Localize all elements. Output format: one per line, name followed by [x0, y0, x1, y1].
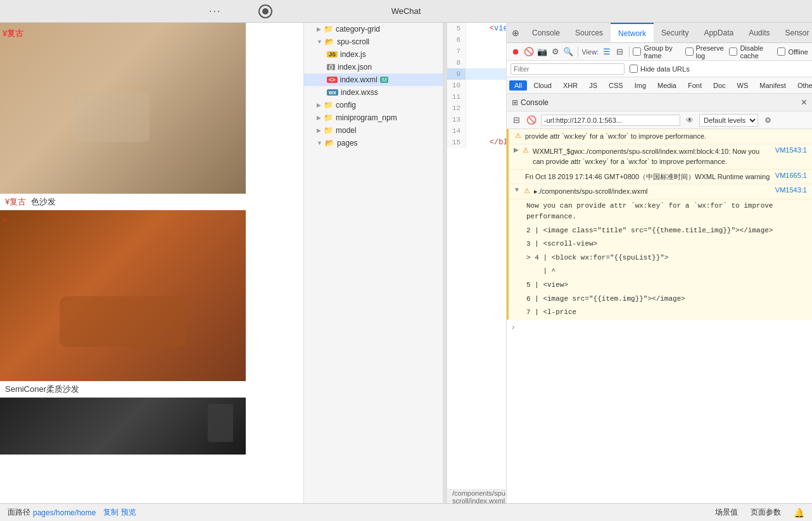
line-content-12: </l-price> [466, 103, 506, 114]
search-network-btn[interactable]: 🔍 [563, 46, 574, 58]
bottom-copy-btn[interactable]: 复制 [103, 507, 118, 518]
line-num-7: 7 [447, 46, 466, 57]
folder-icon-config: 📁 [324, 101, 333, 110]
code-line-10: 10 l-unit-class="price-unit" [447, 80, 506, 91]
js-badge-index: JS [327, 51, 338, 58]
type-btn-media[interactable]: Media [652, 80, 682, 91]
wxss-badge-index: wx [327, 89, 338, 96]
tab-sources[interactable]: Sources [568, 23, 611, 42]
code-line-12: 12 </l-price> [447, 103, 506, 114]
collapse-icon-config: ▶ [317, 102, 321, 108]
console-gear-btn[interactable]: ⚙ [762, 115, 773, 126]
filter-input[interactable] [511, 63, 625, 75]
console-clear-btn[interactable]: 🚫 [526, 115, 537, 126]
file-tree-item-miniprogram-npm[interactable]: ▶ 📁 miniprogram_npm [304, 111, 443, 124]
bottom-scene-btn[interactable]: 场景值 [715, 507, 738, 518]
file-tree-item-pages[interactable]: ▼ 📂 pages [304, 137, 443, 149]
type-btn-manifest[interactable]: Manifest [754, 80, 791, 91]
folder-icon-category: 📁 [324, 25, 333, 34]
preserve-log-checkbox[interactable] [685, 47, 694, 56]
console-msg-4: ▼ ⚠ ▸./components/spu-scroll/index.wxml … [507, 184, 812, 320]
type-btn-css[interactable]: CSS [604, 80, 628, 91]
tab-security[interactable]: Security [654, 23, 696, 42]
file-tree-item-index-js[interactable]: JS index.js [304, 48, 443, 61]
camera-network-btn[interactable]: 📷 [536, 46, 547, 58]
tab-network-label: Network [618, 29, 646, 38]
console-msg-2-header[interactable]: ▶ ⚠ WXMLRT_$gwx:./components/spu-scroll/… [509, 144, 812, 170]
folder-icon-npm: 📁 [324, 113, 333, 122]
record-network-btn[interactable]: ⏺ [511, 46, 521, 58]
offline-checkbox-group[interactable]: Offline [777, 47, 808, 56]
msg-link-2[interactable]: VM1543:1 [775, 146, 807, 154]
record-button[interactable] [258, 4, 272, 18]
top-bar-dots[interactable]: ··· [209, 6, 221, 17]
line-content-9: l-value-class="price-value" [466, 68, 506, 80]
type-btn-cloud[interactable]: Cloud [528, 80, 557, 91]
console-eye-btn[interactable]: 👁 [684, 115, 695, 126]
toolbar-divider-1 [578, 47, 578, 57]
type-btn-all[interactable]: All [509, 80, 527, 91]
product-1-label-text: ¥复古 [5, 197, 26, 206]
console-messages: ⚠ provide attr `wx:key` for a `wx:for` t… [507, 129, 812, 503]
msg-text-4: ▸./components/spu-scroll/index.wxml [534, 186, 770, 197]
line-num-12: 12 [447, 103, 466, 114]
file-tree-item-index-wxml[interactable]: <> index.wxml M [304, 73, 443, 86]
disable-cache-checkbox-group[interactable]: Disable cache [729, 44, 775, 60]
view-list-btn[interactable]: ☰ [601, 46, 612, 58]
console-expand-icon[interactable]: ⊞ [512, 98, 518, 107]
bottom-params-btn[interactable]: 页面参数 [751, 507, 781, 518]
type-btn-js[interactable]: JS [584, 80, 602, 91]
bottom-status-bar: 面路径 pages/home/home 复制 预览 场景值 页面参数 🔔 [0, 503, 812, 521]
console-msg-4-header[interactable]: ▼ ⚠ ▸./components/spu-scroll/index.wxml … [509, 184, 812, 199]
code-status-bar: /components/spu-scroll/index.wxml 523 B … [447, 489, 506, 503]
clear-network-btn[interactable]: 🚫 [524, 46, 535, 58]
wechat-preview-panel: ¥复古 ¥复古 色沙发 ¥ SemiConer柔质沙发 [0, 23, 304, 503]
top-bar: WeChat ··· [0, 0, 812, 23]
tab-sensor[interactable]: Sensor [778, 23, 813, 42]
preserve-log-checkbox-group[interactable]: Preserve log [685, 44, 727, 60]
product-2-name: SemiConer柔质沙发 [5, 384, 79, 394]
file-tree-item-index-json[interactable]: {} index.json [304, 61, 443, 73]
group-by-frame-checkbox-group[interactable]: Group by frame [633, 44, 682, 60]
type-btn-font[interactable]: Font [683, 80, 707, 91]
filter-network-btn[interactable]: ⚙ [550, 46, 561, 58]
console-msg-4-subline-6: 6 | <image src="{{item.img}}"></image> [509, 292, 812, 306]
console-msg-1: ⚠ provide attr `wx:key` for a `wx:for` t… [507, 129, 812, 144]
offline-checkbox[interactable] [777, 47, 785, 56]
type-btn-xhr[interactable]: XHR [558, 80, 583, 91]
tab-network[interactable]: Network [611, 23, 654, 42]
msg-link-4[interactable]: VM1543:1 [775, 186, 807, 194]
line-num-13: 13 [447, 114, 466, 125]
hide-data-urls-group[interactable]: Hide data URLs [630, 65, 690, 73]
tab-console[interactable]: Console [524, 23, 568, 42]
bottom-preview-btn[interactable]: 预览 [121, 507, 136, 518]
type-btn-doc[interactable]: Doc [708, 80, 731, 91]
line-num-8: 8 [447, 57, 466, 68]
console-bottom-arrow[interactable]: › [507, 320, 812, 334]
type-btn-ws[interactable]: WS [732, 80, 754, 91]
collapse-icon-npm: ▶ [317, 115, 321, 121]
console-level-select[interactable]: Default levels Verbose Info Warnings Err… [699, 114, 758, 127]
line-num-15: 15 [447, 137, 466, 148]
tab-sensor-label: Sensor [785, 28, 809, 37]
group-by-frame-checkbox[interactable] [633, 47, 641, 56]
tab-audits[interactable]: Audits [741, 23, 777, 42]
file-tree-item-category-grid[interactable]: ▶ 📁 category-grid [304, 23, 443, 35]
file-tree-item-config[interactable]: ▶ 📁 config [304, 99, 443, 111]
msg-link-3[interactable]: VM1665:1 [775, 172, 807, 179]
view-waterfall-btn[interactable]: ⊟ [614, 46, 625, 58]
file-tree-item-index-wxss[interactable]: wx index.wxss [304, 86, 443, 99]
console-msg-3: Fri Oct 18 2019 17:14:46 GMT+0800（中国标准时间… [507, 170, 812, 185]
console-close-btn[interactable]: × [801, 97, 807, 108]
type-btn-img[interactable]: Img [630, 80, 651, 91]
console-sidebar-btn[interactable]: ⊟ [511, 115, 522, 126]
file-tree-item-model[interactable]: ▶ 📁 model [304, 124, 443, 137]
console-filter-input[interactable] [541, 115, 680, 126]
file-tree-item-spu-scroll[interactable]: ▼ 📂 spu-scroll [304, 35, 443, 48]
tab-appdata[interactable]: AppData [696, 23, 741, 42]
disable-cache-checkbox[interactable] [729, 47, 737, 56]
top-bar-title: WeChat [391, 6, 421, 16]
devtools-icon-btn[interactable]: ⊕ [507, 23, 524, 42]
type-btn-other[interactable]: Other [792, 80, 812, 91]
hide-data-urls-checkbox[interactable] [630, 65, 638, 73]
